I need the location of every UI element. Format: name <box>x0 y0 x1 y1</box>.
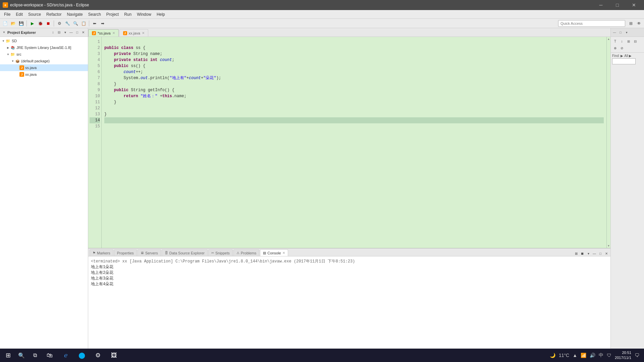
stop-button[interactable]: ⏹ <box>45 20 52 27</box>
menu-project[interactable]: Project <box>104 11 121 18</box>
toolbar-btn-5[interactable]: 🔍 <box>72 20 79 27</box>
toolbar-btn-6[interactable]: 📋 <box>80 20 87 27</box>
tree-item-ss-java[interactable]: J ss.java <box>0 64 88 71</box>
explorer-max-btn[interactable]: □ <box>74 30 80 35</box>
menu-search[interactable]: Search <box>86 11 104 18</box>
rp-tool-5[interactable]: ⊕ <box>612 45 618 51</box>
package-icon: 📦 <box>15 58 20 64</box>
toolbar-sep-3 <box>89 20 89 26</box>
all-arrow[interactable]: ▶ <box>629 54 632 58</box>
menu-navigate[interactable]: Navigate <box>64 11 85 18</box>
cortana-app[interactable]: ⬤ <box>74 349 89 361</box>
view-button[interactable]: 👁 <box>635 20 643 27</box>
tab-markers[interactable]: ⚑ Markers <box>90 249 113 256</box>
debug-button[interactable]: 🐞 <box>37 20 44 27</box>
explorer-menu-btn[interactable]: ▾ <box>62 30 68 35</box>
store-app[interactable]: 🛍 <box>42 349 57 361</box>
toolbar-btn-3[interactable]: ⚙ <box>56 20 63 27</box>
scroll-up-arrow[interactable]: ▲ <box>607 37 610 41</box>
tab-ss-java[interactable]: J *ss.java ✕ <box>88 29 119 37</box>
input-method-icon[interactable]: 中 <box>599 352 603 358</box>
console-terminate-btn[interactable]: ⏹ <box>580 251 585 256</box>
menu-file[interactable]: File <box>1 11 13 18</box>
menu-refactor[interactable]: Refactor <box>44 11 64 18</box>
tree-item-jre[interactable]: ▶ 📚 JRE System Library [JavaSE-1.8] <box>0 44 88 51</box>
maximize-button[interactable]: □ <box>610 0 625 10</box>
console-min-btn[interactable]: — <box>592 251 597 256</box>
start-button[interactable]: ⊞ <box>2 349 14 361</box>
close-button[interactable]: ✕ <box>626 0 641 10</box>
rp-tool-3[interactable]: ⊞ <box>626 38 632 44</box>
menu-help[interactable]: Help <box>154 11 168 18</box>
console-clear-btn[interactable]: ⊠ <box>574 251 579 256</box>
app-icon: e <box>3 2 8 8</box>
rp-tool-1[interactable]: T <box>612 38 618 44</box>
volume-icon[interactable]: 🔊 <box>590 353 595 358</box>
console-close-btn[interactable]: ✕ <box>604 251 609 256</box>
code-content[interactable]: public class ss { private String name; p… <box>102 37 606 248</box>
save-button[interactable]: 💾 <box>17 20 25 27</box>
rp-minimize-btn[interactable]: — <box>612 30 617 35</box>
toolbar-btn-7[interactable]: ⬅ <box>91 20 98 27</box>
editor-tabs: J *ss.java ✕ J xx.java ✕ <box>88 28 610 37</box>
menu-edit[interactable]: Edit <box>13 11 25 18</box>
tree-item-src[interactable]: ▼ 📁 src <box>0 51 88 58</box>
notification-icon[interactable]: 🗨 <box>635 353 639 358</box>
tree-item-default-pkg[interactable]: ▼ 📦 (default package) <box>0 58 88 64</box>
settings-app[interactable]: ⚙ <box>91 349 105 361</box>
task-view-button[interactable]: ⧉ <box>29 349 41 361</box>
run-button[interactable]: ▶ <box>29 20 36 27</box>
menu-run[interactable]: Run <box>121 11 134 18</box>
tab-servers[interactable]: 🖥 Servers <box>138 249 161 256</box>
java-file-ss-icon: J <box>19 65 24 70</box>
tab-markers-label: Markers <box>97 251 110 255</box>
tab-console-close[interactable]: ✕ <box>282 251 285 255</box>
toggle-default-pkg: ▼ <box>11 59 15 63</box>
tab-problems[interactable]: ⚠ Problems <box>233 249 259 256</box>
perspectives-button[interactable]: ⊞ <box>627 20 635 27</box>
tab-snippets[interactable]: ✂ Snippets <box>208 249 233 256</box>
scroll-down-arrow[interactable]: ▼ <box>607 244 610 248</box>
open-button[interactable]: 📂 <box>9 20 17 27</box>
rp-tool-2[interactable]: ↕ <box>619 38 625 44</box>
explorer-sync-btn[interactable]: ↕ <box>50 30 56 35</box>
chevron-icon[interactable]: ▲ <box>573 353 577 358</box>
quick-access-input[interactable] <box>558 20 625 27</box>
editor-area: J *ss.java ✕ J xx.java ✕ 12345 678910 11… <box>88 28 610 352</box>
menu-window[interactable]: Window <box>134 11 154 18</box>
toolbar-btn-4[interactable]: 🔧 <box>64 20 71 27</box>
console-max-btn[interactable]: □ <box>598 251 603 256</box>
tree-item-sd[interactable]: ▼ 📁 SD <box>0 38 88 44</box>
tab-xx-close[interactable]: ✕ <box>142 31 145 35</box>
find-arrow[interactable]: ▶ <box>621 54 623 58</box>
edge-app[interactable]: ℯ <box>58 349 73 361</box>
find-input[interactable] <box>612 58 636 64</box>
all-label-text: All <box>624 54 628 58</box>
taskbar-clock[interactable]: 20:51 2017/11/1 <box>615 350 631 361</box>
taskbar-right: 🌙 11°C ▲ 📶 🔊 中 🛡 20:51 2017/11/1 🗨 <box>550 350 642 361</box>
rp-tool-6[interactable]: ⊘ <box>619 45 625 51</box>
find-bar: Find: ▶ All ▶ <box>611 52 644 66</box>
tab-console[interactable]: ▤ Console ✕ <box>260 249 288 256</box>
tree-item-xx-java[interactable]: J xx.java <box>0 71 88 78</box>
tab-datasource[interactable]: 🗄 Data Source Explorer <box>162 249 208 256</box>
explorer-collapse-btn[interactable]: ⊟ <box>56 30 62 35</box>
problems-icon: ⚠ <box>236 251 239 255</box>
rp-maximize-btn[interactable]: □ <box>618 30 623 35</box>
explorer-min-btn[interactable]: — <box>68 30 74 35</box>
console-menu-btn[interactable]: ▾ <box>586 251 591 256</box>
photos-app[interactable]: 🖼 <box>107 349 121 361</box>
search-button[interactable]: 🔍 <box>15 349 28 361</box>
tab-xx-java[interactable]: J xx.java ✕ <box>119 29 148 37</box>
menu-source[interactable]: Source <box>25 11 44 18</box>
tab-properties[interactable]: Properties <box>114 249 137 256</box>
toolbar-btn-8[interactable]: ➡ <box>99 20 106 27</box>
tab-ss-close[interactable]: ✕ <box>112 31 115 35</box>
explorer-close-btn[interactable]: ✕ <box>80 30 86 35</box>
rp-tool-4[interactable]: ⊟ <box>632 38 638 44</box>
rp-menu-btn[interactable]: ▾ <box>624 30 629 35</box>
temperature-label: 11°C <box>559 353 569 358</box>
new-button[interactable]: 📄 <box>1 20 9 27</box>
minimize-button[interactable]: ─ <box>593 0 608 10</box>
editor-scroll-right[interactable]: ▲ ▼ <box>606 37 610 248</box>
